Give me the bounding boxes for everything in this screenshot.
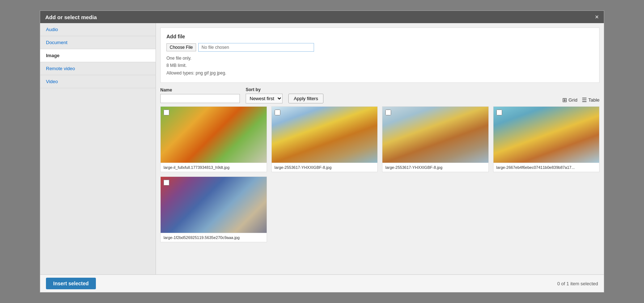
sidebar: AudioDocumentImageRemote videoVideo [40,23,156,274]
modal-footer: Insert selected 0 of 1 item selected [40,274,604,292]
media-filename: large-il_fullxfull.1773934813_h9dt.jpg [161,163,267,172]
sidebar-item-remote-video[interactable]: Remote video [40,62,156,75]
choose-file-button[interactable]: Choose File [166,43,196,51]
sidebar-item-document[interactable]: Document [40,36,156,49]
media-item-checkbox[interactable] [496,110,502,115]
media-filename: large-2553617-YHXXIGBF-8.jpg [272,163,378,172]
media-item-checkbox[interactable] [164,110,169,115]
sidebar-item-video[interactable]: Video [40,75,156,88]
media-filename: large-2667eb4f6ebec07411b0e839b87a17... [493,163,599,172]
media-item-checkbox[interactable] [385,110,391,115]
file-input-wrapper: Choose File No file chosen [166,43,593,52]
media-item[interactable]: large-2553617-YHXXIGBF-8.jpg [271,106,378,172]
add-file-section: Add file Choose File No file chosen One … [160,27,599,83]
media-thumbnail [382,107,488,163]
file-info-line2: 8 MB limit. [166,62,593,69]
media-item[interactable]: large-2667eb4f6ebec07411b0e839b87a17... [493,106,600,172]
table-icon: ☰ [582,97,587,103]
grid-view-button[interactable]: ⊞ Grid [562,97,577,103]
media-filename: large-2553617-YHXXIGBF-8.jpg [382,163,488,172]
sort-label: Sort by [246,87,283,92]
main-content: Add file Choose File No file chosen One … [156,23,604,274]
file-info: One file only. 8 MB limit. Allowed types… [166,55,593,77]
filter-row: Name Sort by Newest firstOldest firstNam… [156,87,604,106]
view-toggle: ⊞ Grid ☰ Table [562,97,599,103]
media-item[interactable]: large-2553617-YHXXIGBF-8.jpg [382,106,489,172]
table-view-button[interactable]: ☰ Table [582,97,599,103]
media-item-checkbox[interactable] [275,110,280,115]
insert-selected-button[interactable]: Insert selected [46,278,96,289]
sidebar-item-image[interactable]: Image [40,49,156,62]
selection-count: 0 of 1 item selected [557,281,598,286]
sort-select[interactable]: Newest firstOldest firstName (A-Z)Name (… [246,94,283,103]
apply-filters-button[interactable]: Apply filters [288,94,323,103]
sidebar-item-audio[interactable]: Audio [40,23,156,36]
file-info-line1: One file only. [166,55,593,62]
modal: Add or select media × AudioDocumentImage… [40,10,604,293]
media-thumbnail [161,177,267,233]
name-filter-group: Name [160,88,240,103]
media-thumbnail [161,107,267,163]
media-item[interactable]: large-il_fullxfull.1773934813_h9dt.jpg [160,106,267,172]
modal-title: Add or select media [45,14,97,20]
add-file-title: Add file [166,34,593,39]
table-label: Table [588,97,599,103]
name-filter-input[interactable] [160,94,240,103]
media-item-checkbox[interactable] [164,180,169,185]
sort-filter-group: Sort by Newest firstOldest firstName (A-… [246,87,283,103]
modal-close-button[interactable]: × [595,14,599,20]
grid-icon: ⊞ [562,97,567,103]
modal-body: AudioDocumentImageRemote videoVideo Add … [40,23,604,274]
media-thumbnail [493,107,599,163]
file-info-line3: Allowed types: png gif jpg jpeg. [166,69,593,77]
media-filename: large-1f2bd526925119.5635e270c9aaa.jpg [161,233,267,242]
grid-label: Grid [568,97,577,103]
media-grid: large-il_fullxfull.1773934813_h9dt.jpgla… [156,106,604,274]
name-filter-label: Name [160,88,240,93]
media-thumbnail [272,107,378,163]
modal-header: Add or select media × [40,11,604,23]
media-item[interactable]: large-1f2bd526925119.5635e270c9aaa.jpg [160,176,267,242]
no-file-label: No file chosen [198,43,314,52]
